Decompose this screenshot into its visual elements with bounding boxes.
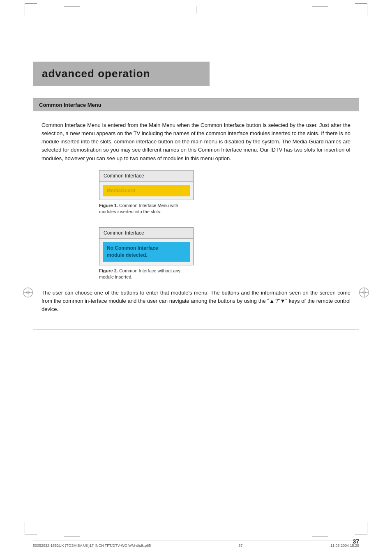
compass-left — [23, 288, 33, 297]
header-banner: advanced operation — [33, 62, 210, 86]
page-wrapper: advanced operation Common Interface Menu… — [0, 0, 392, 555]
figure1-mockup: Common Interface MediaGuard — [99, 170, 194, 200]
bottom-paragraph: The user can choose one of the buttons t… — [42, 289, 350, 313]
page-number-box: 37 — [353, 538, 359, 545]
figure2-button-line1: No Common Interface — [107, 245, 186, 252]
figure2-caption: Figure 2. Common Interface without any m… — [99, 268, 194, 281]
figures-container: Common Interface MediaGuard Figure 1. Co… — [99, 170, 350, 281]
section-title: Common Interface Menu — [39, 102, 101, 108]
crop-mark-tl — [64, 6, 80, 7]
figure2-mockup: Common Interface No Common Interface mod… — [99, 227, 194, 265]
crop-mark-bl — [64, 536, 80, 537]
figure2-button-line2: module detected. — [107, 252, 186, 259]
compass-right — [359, 288, 369, 297]
footer: 50052932-1552UK (TOSHIBA UK)17 INCH TFT/… — [33, 541, 359, 548]
page-number: 37 — [353, 538, 359, 545]
section-title-bar: Common Interface Menu — [33, 99, 359, 111]
figure1-mediaguard-button[interactable]: MediaGuard — [103, 185, 190, 196]
figure1-ui-title: Common Interface — [99, 170, 193, 182]
content-area: advanced operation Common Interface Menu… — [33, 12, 359, 530]
section-content: Common Interface Menu is entered from th… — [33, 111, 359, 329]
footer-center-text: 37 — [239, 543, 243, 548]
figure2-no-ci-button[interactable]: No Common Interface module detected. — [103, 242, 190, 262]
figure1-block: Common Interface MediaGuard Figure 1. Co… — [99, 170, 194, 215]
figure1-caption: Figure 1. Common Interface Menu with mod… — [99, 203, 194, 215]
figure2-caption-bold: Figure 2. — [99, 268, 118, 273]
crop-mark-tr — [312, 6, 328, 7]
figure1-caption-bold: Figure 1. — [99, 203, 118, 208]
footer-left-text: 50052932-1552UK (TOSHIBA UK)17 INCH TFT/… — [33, 543, 151, 548]
page-title: advanced operation — [42, 67, 201, 80]
body-paragraph: Common Interface Menu is entered from th… — [42, 121, 350, 163]
section-box: Common Interface Menu Common Interface M… — [33, 98, 359, 329]
crop-mark-br — [312, 536, 328, 537]
figure2-block: Common Interface No Common Interface mod… — [99, 227, 194, 280]
figure2-ui-title: Common Interface — [99, 228, 193, 239]
